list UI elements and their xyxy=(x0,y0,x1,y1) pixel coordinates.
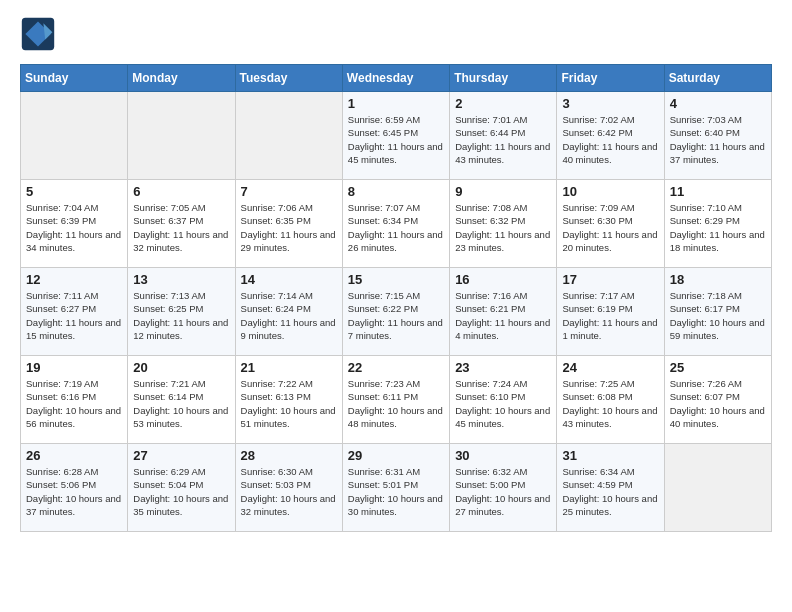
day-cell: 4Sunrise: 7:03 AM Sunset: 6:40 PM Daylig… xyxy=(664,92,771,180)
day-number: 1 xyxy=(348,96,444,111)
day-number: 9 xyxy=(455,184,551,199)
day-number: 28 xyxy=(241,448,337,463)
day-number: 4 xyxy=(670,96,766,111)
day-number: 16 xyxy=(455,272,551,287)
day-cell: 6Sunrise: 7:05 AM Sunset: 6:37 PM Daylig… xyxy=(128,180,235,268)
day-number: 26 xyxy=(26,448,122,463)
day-cell: 10Sunrise: 7:09 AM Sunset: 6:30 PM Dayli… xyxy=(557,180,664,268)
day-number: 17 xyxy=(562,272,658,287)
day-cell: 7Sunrise: 7:06 AM Sunset: 6:35 PM Daylig… xyxy=(235,180,342,268)
page-header xyxy=(20,16,772,52)
day-number: 24 xyxy=(562,360,658,375)
day-info: Sunrise: 7:23 AM Sunset: 6:11 PM Dayligh… xyxy=(348,377,444,430)
day-cell xyxy=(664,444,771,532)
day-number: 10 xyxy=(562,184,658,199)
day-info: Sunrise: 6:34 AM Sunset: 4:59 PM Dayligh… xyxy=(562,465,658,518)
day-number: 25 xyxy=(670,360,766,375)
day-number: 5 xyxy=(26,184,122,199)
day-info: Sunrise: 7:15 AM Sunset: 6:22 PM Dayligh… xyxy=(348,289,444,342)
day-info: Sunrise: 7:11 AM Sunset: 6:27 PM Dayligh… xyxy=(26,289,122,342)
day-cell: 14Sunrise: 7:14 AM Sunset: 6:24 PM Dayli… xyxy=(235,268,342,356)
day-cell: 22Sunrise: 7:23 AM Sunset: 6:11 PM Dayli… xyxy=(342,356,449,444)
header-saturday: Saturday xyxy=(664,65,771,92)
day-number: 3 xyxy=(562,96,658,111)
day-cell: 1Sunrise: 6:59 AM Sunset: 6:45 PM Daylig… xyxy=(342,92,449,180)
day-number: 14 xyxy=(241,272,337,287)
day-info: Sunrise: 7:09 AM Sunset: 6:30 PM Dayligh… xyxy=(562,201,658,254)
day-info: Sunrise: 7:25 AM Sunset: 6:08 PM Dayligh… xyxy=(562,377,658,430)
logo-icon xyxy=(20,16,56,52)
logo xyxy=(20,16,60,52)
day-cell: 24Sunrise: 7:25 AM Sunset: 6:08 PM Dayli… xyxy=(557,356,664,444)
day-cell xyxy=(21,92,128,180)
header-friday: Friday xyxy=(557,65,664,92)
week-row-5: 26Sunrise: 6:28 AM Sunset: 5:06 PM Dayli… xyxy=(21,444,772,532)
day-info: Sunrise: 7:24 AM Sunset: 6:10 PM Dayligh… xyxy=(455,377,551,430)
day-info: Sunrise: 6:32 AM Sunset: 5:00 PM Dayligh… xyxy=(455,465,551,518)
header-row: SundayMondayTuesdayWednesdayThursdayFrid… xyxy=(21,65,772,92)
day-cell: 13Sunrise: 7:13 AM Sunset: 6:25 PM Dayli… xyxy=(128,268,235,356)
day-info: Sunrise: 7:14 AM Sunset: 6:24 PM Dayligh… xyxy=(241,289,337,342)
day-number: 11 xyxy=(670,184,766,199)
day-info: Sunrise: 7:08 AM Sunset: 6:32 PM Dayligh… xyxy=(455,201,551,254)
header-wednesday: Wednesday xyxy=(342,65,449,92)
day-cell: 3Sunrise: 7:02 AM Sunset: 6:42 PM Daylig… xyxy=(557,92,664,180)
day-number: 23 xyxy=(455,360,551,375)
week-row-1: 1Sunrise: 6:59 AM Sunset: 6:45 PM Daylig… xyxy=(21,92,772,180)
day-info: Sunrise: 6:59 AM Sunset: 6:45 PM Dayligh… xyxy=(348,113,444,166)
day-info: Sunrise: 6:31 AM Sunset: 5:01 PM Dayligh… xyxy=(348,465,444,518)
day-cell: 18Sunrise: 7:18 AM Sunset: 6:17 PM Dayli… xyxy=(664,268,771,356)
day-cell: 26Sunrise: 6:28 AM Sunset: 5:06 PM Dayli… xyxy=(21,444,128,532)
day-info: Sunrise: 7:22 AM Sunset: 6:13 PM Dayligh… xyxy=(241,377,337,430)
day-cell: 27Sunrise: 6:29 AM Sunset: 5:04 PM Dayli… xyxy=(128,444,235,532)
calendar-table: SundayMondayTuesdayWednesdayThursdayFrid… xyxy=(20,64,772,532)
day-cell: 8Sunrise: 7:07 AM Sunset: 6:34 PM Daylig… xyxy=(342,180,449,268)
day-info: Sunrise: 7:07 AM Sunset: 6:34 PM Dayligh… xyxy=(348,201,444,254)
day-info: Sunrise: 7:05 AM Sunset: 6:37 PM Dayligh… xyxy=(133,201,229,254)
day-info: Sunrise: 7:19 AM Sunset: 6:16 PM Dayligh… xyxy=(26,377,122,430)
day-number: 27 xyxy=(133,448,229,463)
week-row-2: 5Sunrise: 7:04 AM Sunset: 6:39 PM Daylig… xyxy=(21,180,772,268)
day-cell xyxy=(235,92,342,180)
day-number: 7 xyxy=(241,184,337,199)
header-thursday: Thursday xyxy=(450,65,557,92)
day-info: Sunrise: 7:26 AM Sunset: 6:07 PM Dayligh… xyxy=(670,377,766,430)
day-cell: 16Sunrise: 7:16 AM Sunset: 6:21 PM Dayli… xyxy=(450,268,557,356)
week-row-3: 12Sunrise: 7:11 AM Sunset: 6:27 PM Dayli… xyxy=(21,268,772,356)
day-number: 18 xyxy=(670,272,766,287)
day-number: 15 xyxy=(348,272,444,287)
day-cell: 5Sunrise: 7:04 AM Sunset: 6:39 PM Daylig… xyxy=(21,180,128,268)
day-info: Sunrise: 7:06 AM Sunset: 6:35 PM Dayligh… xyxy=(241,201,337,254)
day-number: 12 xyxy=(26,272,122,287)
day-info: Sunrise: 7:01 AM Sunset: 6:44 PM Dayligh… xyxy=(455,113,551,166)
day-cell: 23Sunrise: 7:24 AM Sunset: 6:10 PM Dayli… xyxy=(450,356,557,444)
day-info: Sunrise: 7:10 AM Sunset: 6:29 PM Dayligh… xyxy=(670,201,766,254)
day-number: 30 xyxy=(455,448,551,463)
day-cell: 25Sunrise: 7:26 AM Sunset: 6:07 PM Dayli… xyxy=(664,356,771,444)
day-cell: 31Sunrise: 6:34 AM Sunset: 4:59 PM Dayli… xyxy=(557,444,664,532)
day-number: 13 xyxy=(133,272,229,287)
day-info: Sunrise: 7:21 AM Sunset: 6:14 PM Dayligh… xyxy=(133,377,229,430)
day-info: Sunrise: 7:16 AM Sunset: 6:21 PM Dayligh… xyxy=(455,289,551,342)
day-cell: 29Sunrise: 6:31 AM Sunset: 5:01 PM Dayli… xyxy=(342,444,449,532)
day-info: Sunrise: 7:17 AM Sunset: 6:19 PM Dayligh… xyxy=(562,289,658,342)
day-info: Sunrise: 6:29 AM Sunset: 5:04 PM Dayligh… xyxy=(133,465,229,518)
header-sunday: Sunday xyxy=(21,65,128,92)
day-cell xyxy=(128,92,235,180)
day-cell: 12Sunrise: 7:11 AM Sunset: 6:27 PM Dayli… xyxy=(21,268,128,356)
day-cell: 2Sunrise: 7:01 AM Sunset: 6:44 PM Daylig… xyxy=(450,92,557,180)
day-info: Sunrise: 7:03 AM Sunset: 6:40 PM Dayligh… xyxy=(670,113,766,166)
day-cell: 15Sunrise: 7:15 AM Sunset: 6:22 PM Dayli… xyxy=(342,268,449,356)
week-row-4: 19Sunrise: 7:19 AM Sunset: 6:16 PM Dayli… xyxy=(21,356,772,444)
day-number: 2 xyxy=(455,96,551,111)
day-cell: 9Sunrise: 7:08 AM Sunset: 6:32 PM Daylig… xyxy=(450,180,557,268)
day-info: Sunrise: 7:13 AM Sunset: 6:25 PM Dayligh… xyxy=(133,289,229,342)
day-number: 6 xyxy=(133,184,229,199)
day-cell: 28Sunrise: 6:30 AM Sunset: 5:03 PM Dayli… xyxy=(235,444,342,532)
day-cell: 19Sunrise: 7:19 AM Sunset: 6:16 PM Dayli… xyxy=(21,356,128,444)
day-info: Sunrise: 7:02 AM Sunset: 6:42 PM Dayligh… xyxy=(562,113,658,166)
day-cell: 17Sunrise: 7:17 AM Sunset: 6:19 PM Dayli… xyxy=(557,268,664,356)
day-info: Sunrise: 7:18 AM Sunset: 6:17 PM Dayligh… xyxy=(670,289,766,342)
day-info: Sunrise: 7:04 AM Sunset: 6:39 PM Dayligh… xyxy=(26,201,122,254)
day-number: 19 xyxy=(26,360,122,375)
